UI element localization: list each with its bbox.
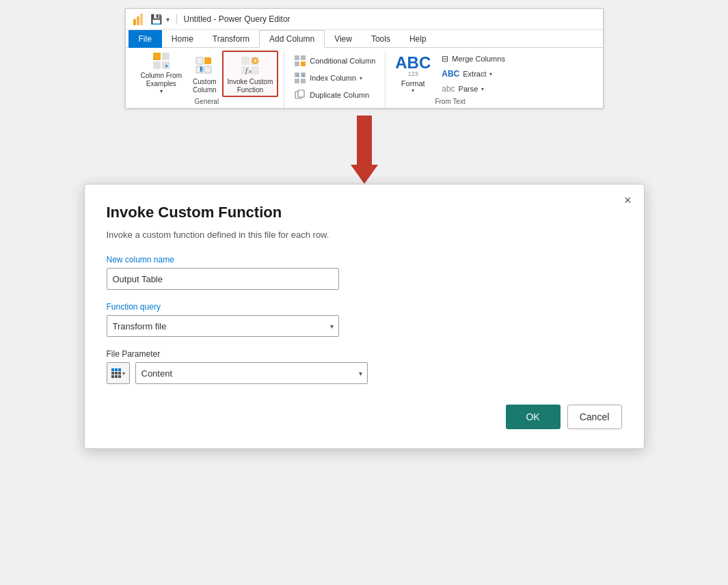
svg-rect-4 <box>153 62 161 69</box>
svg-rect-3 <box>153 53 161 60</box>
tab-view[interactable]: View <box>325 31 362 47</box>
arrow-down <box>351 115 378 191</box>
tab-home[interactable]: Home <box>162 31 203 47</box>
index-column-label: Index Column <box>310 74 356 82</box>
custom-column-button[interactable]: f x CustomColumn <box>189 51 220 97</box>
parse-dropdown[interactable]: ▾ <box>481 86 484 92</box>
new-column-name-label: New column name <box>107 255 622 264</box>
svg-rect-24 <box>295 62 299 66</box>
invoke-custom-function-button[interactable]: ✦ f x Invoke CustomFunction <box>222 51 279 97</box>
parse-icon: abc <box>442 84 455 94</box>
title-bar: 💾 ▾ Untitled - Power Query Editor <box>126 9 603 30</box>
svg-rect-28 <box>295 79 299 83</box>
function-query-label: Function query <box>107 302 622 312</box>
svg-rect-22 <box>295 55 299 60</box>
svg-rect-39 <box>118 372 121 375</box>
general-group: + Column FromExamples ▾ f <box>130 51 285 108</box>
param-icon-dropdown[interactable]: ▾ <box>122 370 125 377</box>
svg-rect-29 <box>301 79 306 83</box>
svg-rect-23 <box>301 55 306 60</box>
dialog-description: Invoke a custom function defined in this… <box>107 230 622 240</box>
tab-help[interactable]: Help <box>400 31 436 47</box>
invoke-fn-icon: ✦ f x <box>239 55 261 77</box>
svg-rect-36 <box>118 368 121 371</box>
index-column-icon: 1 2 <box>294 72 306 84</box>
dialog-container: × Invoke Custom Function Invoke a custom… <box>84 184 645 449</box>
general-group-label: General <box>135 98 279 105</box>
svg-rect-5 <box>162 53 170 60</box>
tab-transform[interactable]: Transform <box>203 31 259 47</box>
svg-rect-33 <box>298 90 304 97</box>
format-abc-icon: ABC <box>395 55 431 71</box>
format-abc-sub: 123 <box>408 71 418 77</box>
ok-button[interactable]: OK <box>506 405 561 429</box>
file-parameter-icon-button[interactable]: ▾ <box>107 362 130 384</box>
duplicate-column-label: Duplicate Column <box>310 91 369 99</box>
parse-button[interactable]: abc Parse ▾ <box>439 83 508 95</box>
format-button[interactable]: ABC 123 Format ▾ <box>392 51 433 97</box>
svg-text:+: + <box>165 63 168 70</box>
title-separator <box>176 14 177 25</box>
svg-rect-40 <box>111 375 114 378</box>
tab-bar: File Home Transform Add Column View Tool… <box>126 30 603 48</box>
title-dropdown-arrow[interactable]: ▾ <box>166 16 170 23</box>
svg-text:x: x <box>200 66 204 73</box>
ribbon-content: + Column FromExamples ▾ f <box>126 48 603 108</box>
dialog-close-button[interactable]: × <box>624 194 632 206</box>
format-label: Format <box>401 79 425 87</box>
svg-rect-42 <box>118 375 121 378</box>
conditional-column-icon <box>294 55 306 67</box>
svg-rect-38 <box>115 372 118 375</box>
arrow-container <box>0 109 728 184</box>
svg-rect-8 <box>196 57 203 64</box>
merge-columns-icon: ⊟ <box>442 54 448 64</box>
svg-rect-11 <box>204 66 211 73</box>
svg-rect-1 <box>137 16 139 25</box>
file-parameter-select[interactable]: Content <box>135 362 368 384</box>
format-dropdown-arrow[interactable]: ▾ <box>412 87 414 94</box>
svg-rect-41 <box>115 375 118 378</box>
svg-text:x: x <box>249 68 252 74</box>
dialog-buttons: OK Cancel <box>107 405 622 429</box>
svg-rect-37 <box>111 372 114 375</box>
from-text-label: From Text <box>392 98 508 105</box>
svg-rect-35 <box>115 368 118 371</box>
index-column-button[interactable]: 1 2 Index Column ▾ <box>291 70 378 85</box>
svg-rect-17 <box>251 66 259 74</box>
index-column-dropdown[interactable]: ▾ <box>360 75 362 81</box>
conditional-column-label: Conditional Column <box>310 57 375 65</box>
tab-file[interactable]: File <box>129 30 162 48</box>
column-group: Conditional Column 1 2 Index Column <box>284 51 386 108</box>
tab-tools[interactable]: Tools <box>362 31 400 47</box>
svg-rect-14 <box>241 57 250 65</box>
col-examples-dropdown[interactable]: ▾ <box>160 88 163 94</box>
app-icon <box>133 12 146 26</box>
format-group: ABC 123 Format ▾ ⊟ Merge Columns ABC Ext… <box>386 51 515 108</box>
grid-icon <box>111 368 121 378</box>
conditional-column-button[interactable]: Conditional Column <box>291 53 378 68</box>
svg-rect-25 <box>301 62 306 66</box>
column-examples-icon: + <box>150 51 172 70</box>
merge-columns-button[interactable]: ⊟ Merge Columns <box>439 53 508 65</box>
custom-column-icon: f x <box>195 55 214 77</box>
cancel-button[interactable]: Cancel <box>567 405 622 429</box>
svg-text:✦: ✦ <box>253 58 258 64</box>
extract-button[interactable]: ABC Extract ▾ <box>439 68 508 80</box>
column-from-examples-button[interactable]: + Column FromExamples ▾ <box>135 51 188 97</box>
svg-rect-34 <box>111 368 114 371</box>
extract-dropdown[interactable]: ▾ <box>489 71 492 77</box>
duplicate-column-button[interactable]: Duplicate Column <box>291 87 378 103</box>
duplicate-column-icon <box>294 89 306 101</box>
svg-rect-9 <box>204 57 211 64</box>
window-title: Untitled - Power Query Editor <box>184 14 291 24</box>
tab-add-column[interactable]: Add Column <box>259 30 325 48</box>
dialog-title: Invoke Custom Function <box>107 204 622 221</box>
file-parameter-label: File Parameter <box>107 349 622 359</box>
svg-text:1: 1 <box>297 73 299 77</box>
svg-text:2: 2 <box>302 73 304 77</box>
file-parameter-row: ▾ Content ▾ <box>107 362 622 384</box>
function-query-select[interactable]: Transform file <box>107 315 339 337</box>
new-column-name-input[interactable] <box>107 268 339 290</box>
svg-rect-0 <box>133 19 136 25</box>
save-icon[interactable]: 💾 <box>150 14 162 25</box>
